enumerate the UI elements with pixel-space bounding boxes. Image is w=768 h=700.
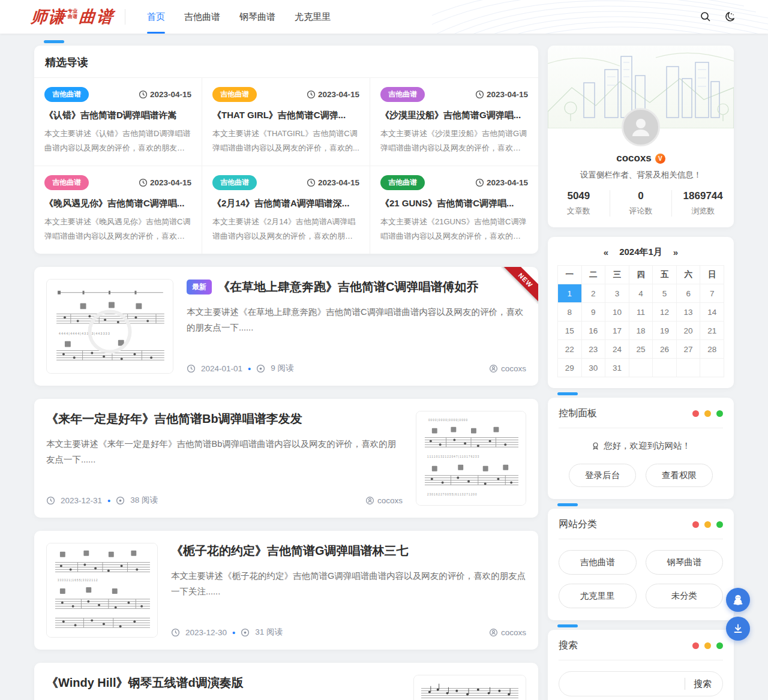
stat-views[interactable]: 1869744 浏览数 [671,190,734,217]
calendar-day[interactable]: 3 [605,284,629,303]
calendar-day[interactable]: 10 [605,303,629,322]
logo-text-tail: 曲谱 [79,6,115,28]
calendar-day[interactable]: 24 [605,340,629,359]
featured-card[interactable]: 吉他曲谱 2023-04-15 《沙漠里没船》吉他简谱G调弹唱... 本文主要讲… [370,78,538,166]
category-tag[interactable]: 吉他曲谱 [380,87,425,102]
calendar-day[interactable]: 28 [700,340,724,359]
views-eye-icon [116,496,125,505]
article-author[interactable]: cocoxs [377,496,403,505]
article-card[interactable]: 4 4 4 4 | 4 4 4 4 | 4 3 3 3 3 | 4 4 3 3 … [34,267,538,386]
search-icon[interactable] [700,11,712,23]
clock-icon [139,90,148,99]
featured-card[interactable]: 吉他曲谱 2023-04-15 《2月14》吉他简谱A调弹唱谱深... 本文主要… [202,166,370,254]
download-button[interactable] [726,617,750,641]
article-title[interactable]: 《2月14》吉他简谱A调弹唱谱深... [212,198,359,209]
category-tag[interactable]: 吉他曲谱 [44,87,89,102]
profile-name[interactable]: cocoxs [616,152,652,164]
calendar-next-button[interactable]: » [673,247,678,257]
article-card[interactable]: 3 3 3 3 2 1 | 1 6 5 5 | 3 3 2 2 1 1 2 《栀… [34,531,538,650]
article-title[interactable]: 《认错》吉他简谱D调弹唱谱许嵩 [44,110,191,121]
calendar-day[interactable]: 15 [558,322,582,340]
calendar-title: 2024年1月 [619,247,662,258]
calendar-day[interactable]: 23 [582,340,606,359]
sheet-music-thumbnail[interactable]: 0 0 0 0 | 0 0 0 0 | 0 0 0 0 | 0 0 0 0 1 … [416,411,526,506]
featured-card[interactable]: 吉他曲谱 2023-04-15 《THAT GIRL》吉他简谱C调弹... 本文… [202,78,370,166]
view-permission-button[interactable]: 查看权限 [646,464,713,487]
article-author[interactable]: cocoxs [501,364,526,373]
calendar-day[interactable]: 13 [677,303,701,322]
sheet-music-thumbnail[interactable]: 3 3 3 3 2 1 | 1 6 5 5 | 3 3 2 2 1 1 2 [46,543,158,638]
calendar-day[interactable]: 21 [700,322,724,340]
calendar-day[interactable]: 18 [629,322,653,340]
calendar-day[interactable]: 6 [677,284,701,303]
calendar-day[interactable]: 4 [629,284,653,303]
article-date: 2023-04-15 [487,178,528,187]
article-card[interactable]: 《来年一定是好年》吉他简谱Bb调弹唱谱李发发 本文主要讲述《来年一定是好年》吉他… [34,399,538,518]
stat-articles[interactable]: 5049 文章数 [548,190,610,217]
calendar-widget: « 2024年1月 » 一 二 三 四 五 六 日 1 2 3 4 5 6 7 … [548,237,734,388]
article-title[interactable]: 《Windy Hill》钢琴五线谱d调演奏版 [46,675,244,691]
article-excerpt: 本文主要讲述《沙漠里没船》吉他简谱G调弹唱谱曲谱内容以及网友的评价，喜欢的朋..… [380,127,528,155]
login-backend-button[interactable]: 登录后台 [569,464,636,487]
calendar-day[interactable]: 17 [605,322,629,340]
calendar-day[interactable]: 27 [677,340,701,359]
search-button[interactable]: 搜索 [685,678,720,690]
category-tag[interactable]: 吉他曲谱 [212,87,257,102]
calendar-day[interactable]: 31 [605,359,629,377]
category-uncategorized-button[interactable]: 未分类 [646,584,724,608]
article-title[interactable]: 《THAT GIRL》吉他简谱C调弹... [212,110,359,121]
calendar-day[interactable]: 22 [558,340,582,359]
article-title[interactable]: 《来年一定是好年》吉他简谱Bb调弹唱谱李发发 [46,411,302,427]
weekday-label: 日 [700,266,724,284]
article-title[interactable]: 《在草地上肆意奔跑》吉他简谱C调弹唱谱傅如乔 [218,279,478,295]
calendar-day[interactable]: 29 [558,359,582,377]
contact-qq-button[interactable] [726,588,750,612]
calendar-day[interactable]: 5 [653,284,677,303]
calendar-day[interactable]: 14 [700,303,724,322]
calendar-day[interactable]: 26 [653,340,677,359]
weekday-label: 五 [653,266,677,284]
sheet-music-thumbnail[interactable] [413,675,526,700]
article-card[interactable]: 《Windy Hill》钢琴五线谱d调演奏版 本文主要讲述《WindyHill》… [34,663,538,700]
weekday-label: 四 [629,266,653,284]
category-ukulele-button[interactable]: 尤克里里 [559,584,637,608]
category-guitar-button[interactable]: 吉他曲谱 [559,550,637,575]
featured-card[interactable]: 吉他曲谱 2023-04-15 《21 GUNS》吉他简谱C调弹唱... 本文主… [370,166,538,254]
nav-item-piano[interactable]: 钢琴曲谱 [232,0,283,34]
calendar-day[interactable]: 25 [629,340,653,359]
site-logo[interactable]: 师谦 专业曲谱 曲谱 [31,6,114,28]
article-title[interactable]: 《沙漠里没船》吉他简谱G调弹唱... [380,110,528,121]
clock-icon [139,178,148,187]
calendar-day[interactable]: 12 [653,303,677,322]
sheet-music-thumbnail[interactable]: 4 4 4 4 | 4 4 4 4 | 4 3 3 3 3 | 4 4 3 3 … [46,279,173,374]
calendar-prev-button[interactable]: « [604,247,608,257]
avatar[interactable] [622,108,660,146]
category-tag[interactable]: 吉他曲谱 [380,175,425,190]
calendar-day[interactable]: 19 [653,322,677,340]
category-tag[interactable]: 吉他曲谱 [44,175,89,190]
featured-card[interactable]: 吉他曲谱 2023-04-15 《认错》吉他简谱D调弹唱谱许嵩 本文主要讲述《认… [34,78,202,166]
calendar-day-active[interactable]: 1 [558,284,582,303]
calendar-day[interactable]: 20 [677,322,701,340]
nav-item-home[interactable]: 首页 [140,0,172,34]
article-title[interactable]: 《晚风遇见你》吉他简谱C调弹唱... [44,198,191,209]
article-author[interactable]: cocoxs [501,628,526,637]
article-title[interactable]: 《21 GUNS》吉他简谱C调弹唱... [380,198,528,209]
calendar-day[interactable]: 30 [582,359,606,377]
featured-card[interactable]: 吉他曲谱 2023-04-15 《晚风遇见你》吉他简谱C调弹唱... 本文主要讲… [34,166,202,254]
calendar-day[interactable]: 8 [558,303,582,322]
calendar-day[interactable]: 2 [582,284,606,303]
categories-widget: 网站分类 吉他曲谱 钢琴曲谱 尤克里里 未分类 [548,509,734,620]
nav-item-guitar[interactable]: 吉他曲谱 [177,0,227,34]
nav-item-ukulele[interactable]: 尤克里里 [287,0,338,34]
search-input[interactable] [569,679,685,689]
calendar-day[interactable]: 7 [700,284,724,303]
dark-mode-moon-icon[interactable] [725,11,737,23]
calendar-day[interactable]: 11 [629,303,653,322]
article-title[interactable]: 《栀子花的约定》吉他简谱G调弹唱谱林三七 [171,543,409,559]
calendar-day[interactable]: 9 [582,303,606,322]
stat-comments[interactable]: 0 评论数 [610,190,672,217]
category-piano-button[interactable]: 钢琴曲谱 [646,550,724,575]
category-tag[interactable]: 吉他曲谱 [212,175,257,190]
calendar-day[interactable]: 16 [582,322,606,340]
